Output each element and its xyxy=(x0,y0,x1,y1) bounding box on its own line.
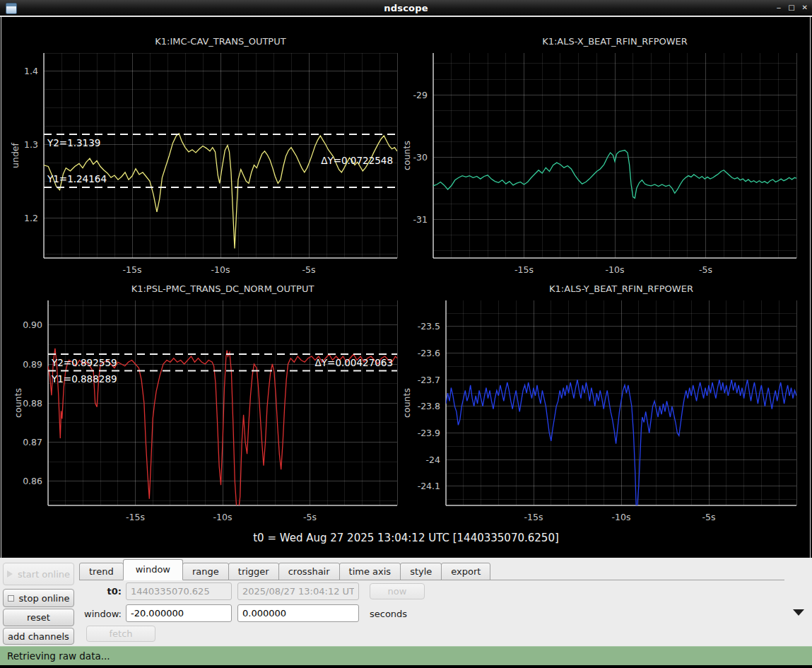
t0-utc-field xyxy=(237,582,359,600)
svg-text:K1:ALS-Y_BEAT_RFIN_RFPOWER: K1:ALS-Y_BEAT_RFIN_RFPOWER xyxy=(549,283,693,294)
svg-text:Y1=1.24164: Y1=1.24164 xyxy=(47,173,107,184)
svg-text:-10s: -10s xyxy=(213,512,233,522)
svg-text:-29: -29 xyxy=(413,90,428,100)
tab-bar: trend window range trigger crosshair tim… xyxy=(79,560,490,580)
svg-text:-23.5: -23.5 xyxy=(418,321,440,332)
tab-range[interactable]: range xyxy=(182,563,229,580)
svg-text:-23.7: -23.7 xyxy=(418,375,440,385)
svg-text:1.3: 1.3 xyxy=(24,139,38,150)
svg-text:-10s: -10s xyxy=(211,264,230,275)
svg-text:0.86: 0.86 xyxy=(23,476,42,486)
stop-online-button[interactable]: stop online xyxy=(3,589,74,607)
reset-button[interactable]: reset xyxy=(3,609,74,626)
svg-text:counts: counts xyxy=(403,388,412,418)
svg-text:K1:PSL-PMC_TRANS_DC_NORM_OUTPU: K1:PSL-PMC_TRANS_DC_NORM_OUTPUT xyxy=(131,283,314,294)
close-button[interactable]: ✕ xyxy=(802,4,808,11)
play-icon xyxy=(7,570,13,578)
plot-k1-als-x-beat-rfin-rfpower[interactable]: -29-30-31-15s-10s-5sK1:ALS-X_BEAT_RFIN_R… xyxy=(403,17,811,279)
start-online-button: start online xyxy=(3,563,74,585)
svg-text:-10s: -10s xyxy=(606,264,625,275)
stop-online-label: stop online xyxy=(19,593,70,604)
tab-time-axis[interactable]: time axis xyxy=(339,563,401,580)
title-bar: ndscope ‒ □ ✕ xyxy=(0,0,812,16)
svg-text:-23.6: -23.6 xyxy=(418,348,440,358)
svg-text:-24: -24 xyxy=(426,455,440,465)
svg-text:undef: undef xyxy=(10,142,20,168)
tab-trend[interactable]: trend xyxy=(79,563,124,580)
svg-text:Y2=0.892559: Y2=0.892559 xyxy=(51,357,117,368)
window-frame-right xyxy=(810,17,811,558)
tab-export[interactable]: export xyxy=(441,563,490,580)
svg-text:-15s: -15s xyxy=(126,512,145,522)
tab-style[interactable]: style xyxy=(400,563,442,580)
svg-text:-10s: -10s xyxy=(612,512,631,522)
tab-window[interactable]: window xyxy=(123,559,183,580)
window-frame-bottom xyxy=(0,665,812,668)
ndscope-window: ndscope ‒ □ ✕ 1.41.31.2-15s-10s-5sK1:IMC… xyxy=(0,0,812,668)
t0-field-label: t0: xyxy=(85,586,122,597)
plot-k1-imc-cav-trans-output[interactable]: 1.41.31.2-15s-10s-5sK1:IMC-CAV_TRANS_OUT… xyxy=(1,17,403,279)
svg-text:K1:IMC-CAV_TRANS_OUTPUT: K1:IMC-CAV_TRANS_OUTPUT xyxy=(155,36,286,47)
fetch-label: fetch xyxy=(109,628,132,639)
stop-icon xyxy=(8,595,14,602)
add-channels-button[interactable]: add channels xyxy=(3,628,74,645)
reset-label: reset xyxy=(27,612,50,623)
svg-text:-23.9: -23.9 xyxy=(418,428,440,438)
svg-text:-5s: -5s xyxy=(702,512,716,522)
t0-gps-field xyxy=(126,582,232,600)
tab-crosshair[interactable]: crosshair xyxy=(278,563,340,580)
window-frame-left xyxy=(1,17,1,558)
svg-text:-5s: -5s xyxy=(303,512,317,522)
maximize-button[interactable]: □ xyxy=(788,4,794,11)
svg-text:Y1=0.888289: Y1=0.888289 xyxy=(51,373,117,385)
control-panel: start online stop online reset add chann… xyxy=(0,558,812,646)
svg-text:-30: -30 xyxy=(413,152,428,163)
plot-k1-psl-pmc-trans-dc-norm-output[interactable]: 0.900.890.880.870.86-15s-10s-5sK1:PSL-PM… xyxy=(1,279,403,526)
now-label: now xyxy=(388,586,407,597)
svg-text:1.4: 1.4 xyxy=(24,66,38,76)
minimize-button[interactable]: ‒ xyxy=(777,4,781,11)
svg-text:-15s: -15s xyxy=(514,264,534,275)
panel-collapse-arrow[interactable] xyxy=(793,609,804,616)
window-field-label: window: xyxy=(71,609,122,619)
svg-text:Y2=1.3139: Y2=1.3139 xyxy=(47,137,100,148)
plot-grid: 1.41.31.2-15s-10s-5sK1:IMC-CAV_TRANS_OUT… xyxy=(0,17,812,558)
svg-text:-24.1: -24.1 xyxy=(418,481,440,491)
svg-text:counts: counts xyxy=(13,388,23,418)
tab-trigger[interactable]: trigger xyxy=(228,563,279,580)
svg-text:0.89: 0.89 xyxy=(23,359,42,370)
t0-label: t0 = Wed Aug 27 2025 13:04:12 UTC [14403… xyxy=(0,532,812,544)
add-channels-label: add channels xyxy=(8,631,69,642)
svg-text:0.87: 0.87 xyxy=(23,437,42,447)
svg-text:0.88: 0.88 xyxy=(23,398,42,409)
tab-pane-border xyxy=(79,580,784,580)
svg-text:-15s: -15s xyxy=(123,264,142,275)
window-end-input[interactable] xyxy=(237,604,359,622)
svg-text:0.90: 0.90 xyxy=(23,320,42,330)
svg-text:-5s: -5s xyxy=(302,264,316,275)
window-title: ndscope xyxy=(0,3,812,13)
plot-k1-als-y-beat-rfin-rfpower[interactable]: -23.5-23.6-23.7-23.8-23.9-24-24.1-15s-10… xyxy=(403,279,811,526)
svg-text:counts: counts xyxy=(403,141,412,170)
fetch-button: fetch xyxy=(86,626,155,642)
svg-text:K1:ALS-X_BEAT_RFIN_RFPOWER: K1:ALS-X_BEAT_RFIN_RFPOWER xyxy=(542,36,688,47)
svg-text:-31: -31 xyxy=(413,214,428,225)
status-text: Retrieving raw data... xyxy=(7,650,110,662)
window-start-input[interactable] xyxy=(126,604,232,622)
svg-text:-15s: -15s xyxy=(524,512,543,522)
now-button: now xyxy=(370,583,425,599)
svg-text:-23.8: -23.8 xyxy=(418,401,440,411)
svg-text:ΔY=0.0722548: ΔY=0.0722548 xyxy=(321,155,393,166)
status-bar: Retrieving raw data... xyxy=(0,646,812,665)
svg-text:ΔY=0.00427063: ΔY=0.00427063 xyxy=(315,357,393,368)
svg-text:-5s: -5s xyxy=(699,264,712,275)
seconds-label: seconds xyxy=(370,609,407,619)
start-online-label: start online xyxy=(18,569,70,580)
svg-text:1.2: 1.2 xyxy=(24,213,38,223)
